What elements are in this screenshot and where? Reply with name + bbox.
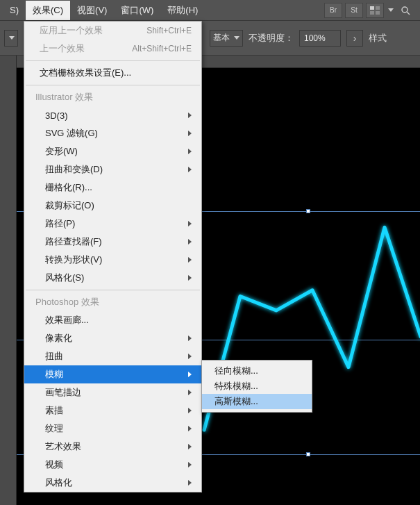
menu-label: 扭曲和变换(D): [45, 163, 103, 176]
submenu-arrow-icon: [188, 336, 192, 341]
menu-window[interactable]: 窗口(W): [114, 1, 160, 20]
submenu-arrow-icon: [188, 113, 192, 118]
options-left-fragment[interactable]: [4, 30, 18, 47]
submenu-arrow-icon: [188, 408, 192, 413]
submenu-arrow-icon: [188, 275, 192, 281]
svg-rect-1: [376, 6, 380, 10]
menu-truncated[interactable]: S): [3, 1, 26, 19]
menu-label: SVG 滤镜(G): [45, 127, 98, 140]
submenu-arrow-icon: [188, 462, 192, 467]
submenu-arrow-icon: [188, 221, 192, 226]
menu-label: 纹理: [45, 422, 63, 435]
section-photoshop: Photoshop 效果: [24, 293, 201, 311]
effects-dropdown: 应用上一个效果 Shift+Ctrl+E 上一个效果 Alt+Shift+Ctr…: [24, 21, 202, 492]
ai-effect-item[interactable]: SVG 滤镜(G): [24, 124, 201, 142]
menu-separator: [26, 85, 200, 85]
smart-blur[interactable]: 特殊模糊...: [202, 379, 312, 394]
menu-label: 文档栅格效果设置(E)...: [40, 67, 131, 79]
svg-rect-0: [370, 6, 374, 10]
menu-label: 栅格化(R)...: [45, 181, 92, 194]
blur-submenu: 径向模糊... 特殊模糊... 高斯模糊...: [201, 360, 312, 413]
stock-icon[interactable]: St: [345, 3, 363, 18]
last-effect: 上一个效果 Alt+Shift+Ctrl+E: [24, 40, 201, 58]
menu-effects[interactable]: 效果(C): [26, 1, 70, 20]
basic-label: 基本: [213, 32, 230, 44]
menu-help[interactable]: 帮助(H): [160, 1, 205, 20]
ps-effect-item[interactable]: 素描: [24, 401, 201, 420]
submenu-arrow-icon: [188, 131, 192, 136]
search-icon[interactable]: [396, 3, 414, 18]
svg-rect-2: [370, 11, 374, 15]
radial-blur[interactable]: 径向模糊...: [202, 363, 312, 379]
menu-label: 转换为形状(V): [45, 254, 102, 266]
ps-effect-item[interactable]: 视频: [24, 456, 201, 474]
gaussian-blur[interactable]: 高斯模糊...: [202, 394, 312, 409]
menu-view[interactable]: 视图(V): [70, 1, 114, 20]
ai-effect-item[interactable]: 变形(W): [24, 142, 201, 160]
menu-label: 视频: [45, 458, 63, 471]
doc-raster-settings[interactable]: 文档栅格效果设置(E)...: [24, 64, 201, 82]
opacity-more-button[interactable]: ›: [346, 30, 363, 47]
workspace-switcher-icon[interactable]: [366, 3, 384, 18]
ps-effect-item[interactable]: 风格化: [24, 474, 201, 492]
ai-effect-item[interactable]: 裁剪标记(O): [24, 197, 201, 215]
menu-label: 艺术效果: [45, 440, 81, 453]
chevron-down-icon: [9, 36, 15, 40]
menu-label: 画笔描边: [45, 386, 81, 399]
submenu-arrow-icon: [188, 480, 192, 486]
menu-label: 像素化: [45, 332, 72, 345]
submenu-arrow-icon: [188, 149, 192, 154]
basic-dropdown[interactable]: 基本: [210, 30, 243, 47]
opacity-label: 不透明度：: [249, 32, 294, 44]
menu-label: 3D(3): [45, 110, 68, 121]
menu-label: 路径(P): [45, 217, 75, 230]
svg-line-5: [407, 12, 410, 15]
submenu-arrow-icon: [188, 444, 192, 449]
ps-effect-item[interactable]: 扭曲: [24, 347, 201, 365]
section-illustrator: Illustrator 效果: [24, 88, 201, 106]
bridge-icon[interactable]: Br: [324, 3, 342, 18]
menu-label: 路径查找器(F): [45, 235, 102, 248]
menu-label: 风格化: [45, 477, 72, 489]
submenu-arrow-icon: [188, 354, 192, 359]
ps-effect-item[interactable]: 画笔描边: [24, 383, 201, 401]
menu-label: 上一个效果: [40, 42, 85, 55]
ai-effect-item[interactable]: 栅格化(R)...: [24, 179, 201, 197]
ai-effect-item[interactable]: 扭曲和变换(D): [24, 160, 201, 179]
menu-label: 变形(W): [45, 145, 78, 158]
blur-menu-item[interactable]: 模糊: [24, 365, 201, 383]
ai-effect-item[interactable]: 风格化(S): [24, 269, 201, 287]
menu-label: 裁剪标记(O): [45, 199, 94, 212]
ps-effect-item[interactable]: 艺术效果: [24, 438, 201, 456]
submenu-arrow-icon: [188, 426, 192, 431]
shortcut: Shift+Ctrl+E: [146, 26, 192, 35]
ruler-vertical: [0, 56, 17, 505]
submenu-arrow-icon: [188, 390, 192, 395]
menu-label: 效果画廊...: [45, 314, 89, 326]
menu-label: 风格化(S): [45, 272, 84, 284]
menubar: S) 效果(C) 视图(V) 窗口(W) 帮助(H) Br St: [0, 0, 420, 21]
svg-rect-3: [376, 11, 380, 15]
menu-label: 素描: [45, 404, 63, 417]
svg-point-4: [402, 7, 408, 13]
ps-effect-item[interactable]: 像素化: [24, 329, 201, 347]
ai-effect-item[interactable]: 路径(P): [24, 215, 201, 233]
menu-label: 模糊: [45, 368, 63, 381]
submenu-arrow-icon: [188, 167, 192, 172]
ps-effect-item[interactable]: 纹理: [24, 420, 201, 438]
ps-effect-item[interactable]: 效果画廊...: [24, 311, 201, 329]
apply-last-effect: 应用上一个效果 Shift+Ctrl+E: [24, 22, 201, 40]
submenu-arrow-icon: [188, 239, 192, 245]
ai-effect-item[interactable]: 路径查找器(F): [24, 233, 201, 251]
menu-separator: [26, 60, 200, 61]
style-label: 样式: [369, 32, 387, 44]
ai-effect-item[interactable]: 转换为形状(V): [24, 251, 201, 269]
menu-label: 扭曲: [45, 350, 63, 363]
chevron-down-icon[interactable]: [388, 8, 394, 12]
opacity-input[interactable]: 100%: [299, 30, 341, 47]
menu-separator: [26, 290, 200, 290]
submenu-arrow-icon: [188, 257, 192, 263]
menu-label: 应用上一个效果: [40, 24, 103, 37]
ai-effect-item[interactable]: 3D(3): [24, 106, 201, 124]
shortcut: Alt+Shift+Ctrl+E: [132, 44, 192, 53]
